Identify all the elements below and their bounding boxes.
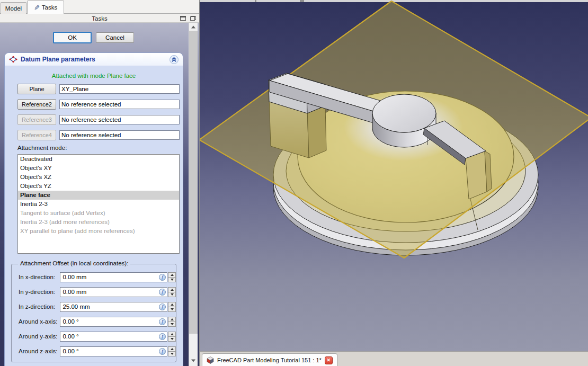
reference2-button[interactable]: Reference2 bbox=[17, 99, 56, 110]
mode-objects-xz[interactable]: Object's XZ bbox=[18, 173, 179, 182]
tab-tasks[interactable]: ✎ Tasks bbox=[27, 1, 64, 14]
around-y-label: Around y-axis: bbox=[19, 333, 60, 340]
datum-plane-parameters-box: Datum Plane parameters Attached with mod… bbox=[4, 52, 183, 366]
panel-tabbar: Model ✎ Tasks bbox=[0, 0, 199, 14]
spin-up-button[interactable] bbox=[168, 272, 176, 278]
freecad-window: Model ✎ Tasks Tasks OK Cancel bbox=[0, 0, 588, 366]
expression-icon[interactable]: ƒ bbox=[159, 333, 166, 340]
reference4-value[interactable] bbox=[59, 130, 180, 140]
offset-row-rot-x: Around x-axis: ƒ bbox=[19, 316, 176, 327]
scroll-down-button[interactable] bbox=[189, 356, 198, 364]
offset-x-input[interactable] bbox=[60, 272, 167, 282]
plane-reference-value[interactable] bbox=[59, 84, 180, 94]
ok-button[interactable]: OK bbox=[53, 32, 92, 43]
offset-y-label: In y-direction: bbox=[19, 289, 60, 295]
around-x-label: Around x-axis: bbox=[19, 318, 60, 325]
panel-scrollbar[interactable] bbox=[189, 23, 198, 366]
document-tab[interactable]: FreeCAD Part Modeling Tutorial 151 : 1* … bbox=[202, 353, 337, 366]
tasks-title: Tasks bbox=[0, 15, 199, 22]
around-x-input[interactable] bbox=[60, 317, 167, 327]
tab-model[interactable]: Model bbox=[1, 2, 26, 14]
around-z-label: Around z-axis: bbox=[19, 348, 60, 354]
spin-up-button[interactable] bbox=[168, 302, 176, 307]
expression-icon[interactable]: ƒ bbox=[159, 318, 166, 325]
reference3-value[interactable] bbox=[59, 115, 180, 124]
mode-inertia-more-refs: Inertia 2-3 (add more references) bbox=[18, 218, 179, 227]
offset-row-y: In y-direction: ƒ bbox=[19, 287, 176, 297]
document-tab-bar: FreeCAD Part Modeling Tutorial 151 : 1* … bbox=[199, 351, 588, 366]
attachment-offset-title: Attachment Offset (in local coordinates)… bbox=[18, 260, 130, 266]
reference-row: Plane bbox=[17, 84, 183, 94]
spin-down-button[interactable] bbox=[168, 278, 176, 282]
task-panel-body: OK Cancel Datum Plane parameters bbox=[0, 23, 199, 366]
offset-x-label: In x-direction: bbox=[19, 274, 60, 280]
freecad-logo-icon bbox=[207, 356, 214, 364]
spin-down-button[interactable] bbox=[168, 322, 176, 327]
pencil-icon: ✎ bbox=[34, 4, 40, 11]
document-tab-label: FreeCAD Part Modeling Tutorial 151 : 1* bbox=[217, 357, 322, 363]
arrow-down-icon bbox=[191, 359, 195, 362]
reference2-value[interactable] bbox=[59, 100, 180, 109]
spin-up-button[interactable] bbox=[168, 332, 176, 337]
spin-down-button[interactable] bbox=[168, 352, 176, 356]
offset-y-input[interactable] bbox=[60, 287, 167, 297]
reference3-button: Reference3 bbox=[17, 114, 56, 125]
spin-down-button[interactable] bbox=[168, 307, 176, 312]
reference-row: Reference4 bbox=[17, 130, 183, 140]
boss-cylinder-top bbox=[372, 94, 436, 132]
close-document-icon[interactable]: ✕ bbox=[325, 356, 333, 364]
scrollbar-thumb[interactable] bbox=[189, 31, 198, 334]
spin-up-button[interactable] bbox=[168, 287, 176, 292]
offset-row-rot-z: Around z-axis: ƒ bbox=[19, 346, 176, 356]
task-panel: Model ✎ Tasks Tasks OK Cancel bbox=[0, 0, 199, 366]
offset-z-label: In z-direction: bbox=[19, 303, 60, 310]
scroll-up-button[interactable] bbox=[189, 23, 198, 31]
offset-z-input[interactable] bbox=[60, 302, 167, 312]
plane-reference-button[interactable]: Plane bbox=[17, 84, 56, 94]
attachment-mode-list: Deactivated Object's XY Object's XZ Obje… bbox=[17, 154, 180, 254]
attachment-offset-group: Attachment Offset (in local coordinates)… bbox=[11, 264, 176, 362]
tab-tasks-label: Tasks bbox=[42, 4, 57, 11]
arrow-up-icon bbox=[191, 25, 195, 28]
attachment-status: Attached with mode Plane face bbox=[5, 73, 183, 79]
expression-icon[interactable]: ƒ bbox=[159, 303, 166, 310]
cancel-button[interactable]: Cancel bbox=[96, 32, 134, 43]
datum-parameters-header[interactable]: Datum Plane parameters bbox=[5, 53, 183, 66]
offset-row-x: In x-direction: ƒ bbox=[19, 272, 176, 282]
expression-icon[interactable]: ƒ bbox=[159, 289, 166, 296]
tasks-title-bar: Tasks bbox=[0, 14, 199, 23]
mode-objects-yz[interactable]: Object's YZ bbox=[18, 182, 179, 191]
mode-plane-face[interactable]: Plane face bbox=[18, 191, 179, 200]
float-window-icon[interactable] bbox=[190, 16, 196, 21]
offset-row-z: In z-direction: ƒ bbox=[19, 301, 176, 312]
offset-row-rot-y: Around y-axis: ƒ bbox=[19, 331, 176, 342]
mode-deactivated[interactable]: Deactivated bbox=[18, 155, 179, 164]
spin-down-button[interactable] bbox=[168, 337, 176, 342]
spin-up-button[interactable] bbox=[168, 317, 176, 322]
chevrons-up-icon bbox=[171, 57, 177, 63]
mode-xy-parallel: XY parallel to plane (add more reference… bbox=[18, 227, 179, 236]
tab-model-label: Model bbox=[5, 5, 22, 12]
expression-icon[interactable]: ƒ bbox=[159, 348, 166, 355]
datum-plane-icon bbox=[9, 55, 17, 64]
collapse-section-button[interactable] bbox=[170, 55, 179, 64]
around-z-input[interactable] bbox=[60, 346, 167, 356]
spin-down-button[interactable] bbox=[168, 292, 176, 297]
attachment-mode-label: Attachment mode: bbox=[17, 145, 183, 151]
3d-viewport[interactable] bbox=[199, 0, 588, 351]
around-y-input[interactable] bbox=[60, 332, 167, 342]
expression-icon[interactable]: ƒ bbox=[159, 274, 166, 281]
reference-row: Reference2 bbox=[17, 99, 183, 110]
reference-row: Reference3 bbox=[17, 114, 183, 125]
spin-up-button[interactable] bbox=[168, 346, 176, 352]
mode-objects-xy[interactable]: Object's XY bbox=[18, 164, 179, 173]
mode-tangent-to-surface: Tangent to surface (add Vertex) bbox=[18, 209, 179, 218]
dock-window-icon[interactable] bbox=[180, 16, 186, 21]
reference4-button: Reference4 bbox=[17, 130, 56, 140]
datum-parameters-title: Datum Plane parameters bbox=[21, 56, 95, 63]
mode-inertia-2-3[interactable]: Inertia 2-3 bbox=[18, 200, 179, 209]
